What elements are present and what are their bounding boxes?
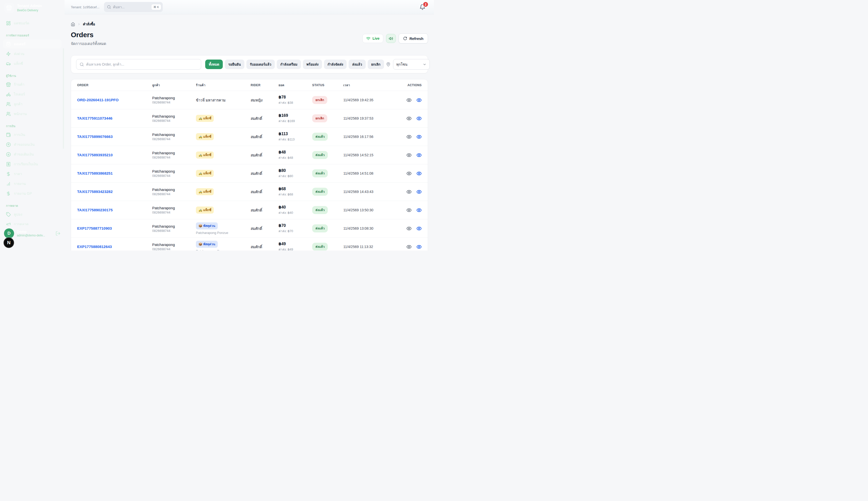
logout-button[interactable] xyxy=(55,231,61,236)
sidebar-item[interactable]: พนักงาน xyxy=(3,109,62,118)
topbar-right: 2 xyxy=(420,4,425,10)
order-link[interactable]: TAXI1775893423282 xyxy=(77,190,113,194)
sidebar-item[interactable]: ลูกค้า xyxy=(3,99,62,108)
amount-cell: ฿68ค่าส่ง: ฿68 xyxy=(279,186,312,197)
sidebar-item[interactable]: การเงิน xyxy=(3,130,62,139)
nextjs-badge[interactable]: N xyxy=(3,237,14,248)
brand-title: Tenant Admin xyxy=(17,3,42,8)
view-order-icon[interactable] xyxy=(406,189,412,194)
customer-name: Patcharapong xyxy=(152,151,193,155)
order-search[interactable] xyxy=(76,59,201,70)
actions-cell xyxy=(401,152,422,158)
track-order-icon[interactable] xyxy=(416,226,422,231)
time-cell: 11/4/2569 13:50:30 xyxy=(343,208,401,212)
order-link[interactable]: TAXI1775890230175 xyxy=(77,208,113,212)
view-order-icon[interactable] xyxy=(406,134,412,139)
rider-cell: สมศักดิ์ xyxy=(251,134,279,140)
sidebar-item[interactable]: ไรเดอร์ xyxy=(3,90,62,99)
track-order-icon[interactable] xyxy=(416,116,422,121)
shop-subtext: Patcharapong Ponzue xyxy=(196,249,248,251)
sidebar-item[interactable]: คูปอง xyxy=(3,210,62,219)
view-order-icon[interactable] xyxy=(406,226,412,231)
track-order-icon[interactable] xyxy=(416,97,422,103)
sidebar-item[interactable]: การเรียกเก็บเงิน xyxy=(3,160,62,169)
table-header: ORDERลูกค้าร้านค้าRIDERยอดSTATUSเวลาACTI… xyxy=(71,79,428,91)
filter-chip[interactable]: ทั้งหมด xyxy=(205,60,223,69)
order-search-input[interactable] xyxy=(86,62,198,66)
sidebar-item[interactable]: ร้านค้า xyxy=(3,80,62,89)
order-link[interactable]: TAXI1775899076663 xyxy=(77,135,113,139)
order-amount: ฿68 xyxy=(279,186,310,191)
sound-toggle-button[interactable] xyxy=(386,34,396,43)
sidebar-item[interactable]: ราคา xyxy=(3,169,62,178)
dev-tools-button[interactable]: N xyxy=(2,236,15,249)
order-id-cell: TAXI1775890230175 xyxy=(77,208,152,212)
column-header: ORDER xyxy=(77,83,152,87)
view-order-icon[interactable] xyxy=(406,97,412,103)
sidebar-item[interactable]: แท็กซี่ xyxy=(3,59,62,68)
order-link[interactable]: TAXI1775893935210 xyxy=(77,153,113,157)
filter-chip[interactable]: พร้อมส่ง xyxy=(303,60,322,69)
express-badge: 📦 พัสดุด่วน xyxy=(196,241,218,248)
global-search-input[interactable] xyxy=(113,5,149,9)
dollar-icon xyxy=(6,191,11,196)
filter-chip[interactable]: ส่งแล้ว xyxy=(349,60,366,69)
sidebar-item-label: ไรเดอร์ xyxy=(14,92,25,97)
view-order-icon[interactable] xyxy=(406,152,412,158)
time-cell: 11/4/2569 14:43:43 xyxy=(343,190,401,194)
rider-cell: สมศักดิ์ xyxy=(251,189,279,195)
actions-cell xyxy=(401,207,422,213)
track-order-icon[interactable] xyxy=(416,152,422,158)
sidebar-item[interactable]: การตลาด xyxy=(3,220,62,225)
shipping-fee: ค่าส่ง: ฿38 xyxy=(279,100,310,105)
order-amount: ฿48 xyxy=(279,150,310,154)
home-icon[interactable] xyxy=(71,22,75,26)
view-order-icon[interactable] xyxy=(406,207,412,213)
view-order-icon[interactable] xyxy=(406,244,412,249)
track-order-icon[interactable] xyxy=(416,189,422,194)
shop-cell: 🚕 แท็กซี่ xyxy=(196,206,251,214)
global-search[interactable]: ⌘ K xyxy=(104,2,163,12)
track-order-icon[interactable] xyxy=(416,134,422,139)
track-order-icon[interactable] xyxy=(416,244,422,249)
view-order-icon[interactable] xyxy=(406,116,412,121)
sidebar-item-label: คำขอถอนเงิน xyxy=(14,142,35,147)
customer-phone: 0826698744 xyxy=(152,247,193,251)
sidebar-item[interactable]: รายงาน xyxy=(3,179,62,188)
breadcrumb-current: คำสั่งซื้อ xyxy=(83,21,95,27)
order-link[interactable]: TAXI1775893868251 xyxy=(77,171,113,175)
filter-chip[interactable]: รับออเดอร์แล้ว xyxy=(246,60,275,69)
sidebar-item[interactable]: ส่งด่วน xyxy=(3,49,62,58)
order-link[interactable]: ORD-20260411-191PFO xyxy=(77,98,119,102)
view-order-icon[interactable] xyxy=(406,171,412,176)
status-badge: ส่งแล้ว xyxy=(312,133,328,141)
track-order-icon[interactable] xyxy=(416,171,422,176)
filter-chip[interactable]: รอยืนยัน xyxy=(225,60,245,69)
filter-chip[interactable]: กำลังเตรียม xyxy=(277,60,301,69)
refresh-button[interactable]: Refresh xyxy=(399,33,428,43)
amount-cell: ฿48ค่าส่ง: ฿48 xyxy=(279,150,312,160)
taxi-badge: 🚕 แท็กซี่ xyxy=(196,206,214,214)
order-link[interactable]: TAXI1775911073446 xyxy=(77,116,112,120)
status-badge: ส่งแล้ว xyxy=(312,206,328,214)
zone-select[interactable]: ทุกโซน xyxy=(393,59,430,70)
order-link[interactable]: EXP1775887710903 xyxy=(77,226,112,231)
live-indicator-button[interactable]: Live xyxy=(362,34,383,43)
order-amount: ฿40 xyxy=(279,205,310,210)
order-link[interactable]: EXP1775880812643 xyxy=(77,244,112,249)
table-row: EXP1775887710903Patcharapong0826698744📦 … xyxy=(71,219,428,238)
customer-cell: Patcharapong0826698744 xyxy=(152,151,196,159)
express-badge: 📦 พัสดุด่วน xyxy=(196,222,218,230)
sidebar-item[interactable]: รายงาน GP xyxy=(3,189,62,198)
sidebar-scrollbar[interactable] xyxy=(63,48,64,149)
filter-chip[interactable]: กำลังจัดส่ง xyxy=(324,60,347,69)
sidebar-item[interactable]: คำขอเติมเงิน xyxy=(3,150,62,159)
actions-cell xyxy=(401,244,422,249)
track-order-icon[interactable] xyxy=(416,207,422,213)
filter-chip[interactable]: ยกเลิก xyxy=(368,60,384,69)
sidebar-item[interactable]: แดชบอร์ด xyxy=(3,19,62,28)
shop-subtext: Patcharapong Ponzue xyxy=(196,231,248,235)
sidebar-item[interactable]: คำขอถอนเงิน xyxy=(3,140,62,149)
arrow-up-circle-icon xyxy=(6,142,11,147)
sidebar-item[interactable]: ออเดอร์ xyxy=(3,40,62,49)
